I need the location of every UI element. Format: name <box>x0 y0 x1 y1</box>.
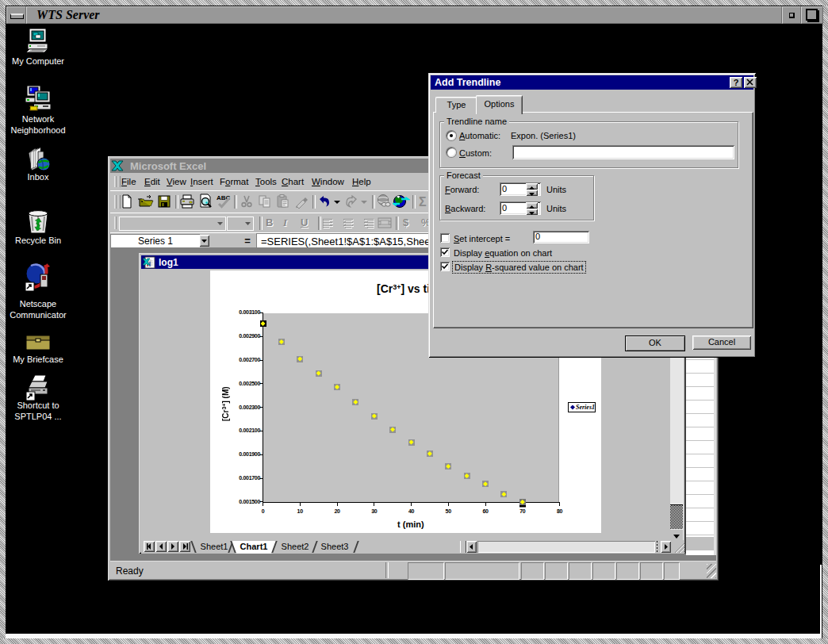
svg-text:Σ: Σ <box>419 195 427 209</box>
